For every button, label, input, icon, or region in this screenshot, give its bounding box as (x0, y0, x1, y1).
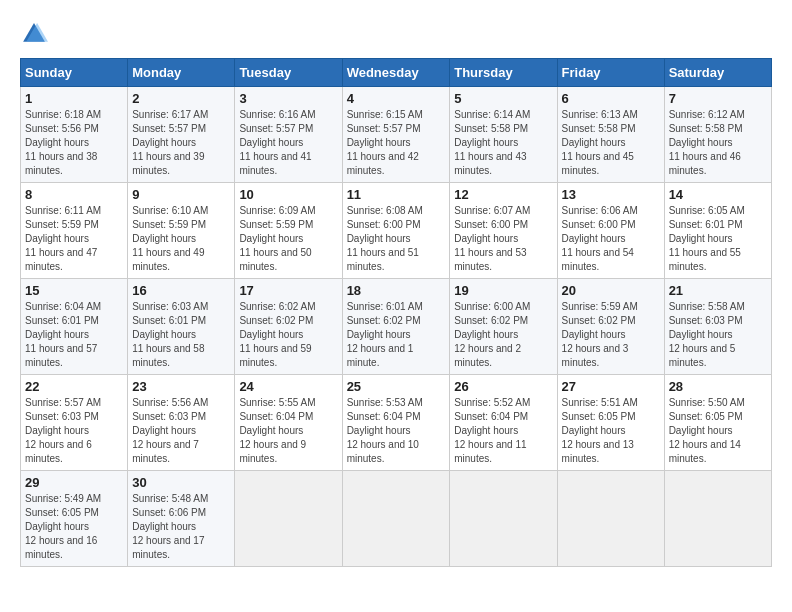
day-number: 9 (132, 187, 230, 202)
day-number: 12 (454, 187, 552, 202)
day-info: Sunrise: 5:57 AMSunset: 6:03 PMDaylight … (25, 396, 123, 466)
calendar-cell: 14Sunrise: 6:05 AMSunset: 6:01 PMDayligh… (664, 183, 771, 279)
day-info: Sunrise: 5:59 AMSunset: 6:02 PMDaylight … (562, 300, 660, 370)
page-header (20, 20, 772, 48)
day-number: 11 (347, 187, 446, 202)
day-info: Sunrise: 6:01 AMSunset: 6:02 PMDaylight … (347, 300, 446, 370)
calendar-cell (342, 471, 450, 567)
day-number: 7 (669, 91, 767, 106)
day-number: 22 (25, 379, 123, 394)
calendar-cell (450, 471, 557, 567)
calendar-cell: 25Sunrise: 5:53 AMSunset: 6:04 PMDayligh… (342, 375, 450, 471)
logo-icon (20, 20, 48, 48)
calendar-cell: 10Sunrise: 6:09 AMSunset: 5:59 PMDayligh… (235, 183, 342, 279)
day-info: Sunrise: 6:05 AMSunset: 6:01 PMDaylight … (669, 204, 767, 274)
calendar-cell: 8Sunrise: 6:11 AMSunset: 5:59 PMDaylight… (21, 183, 128, 279)
calendar-cell (557, 471, 664, 567)
day-info: Sunrise: 6:16 AMSunset: 5:57 PMDaylight … (239, 108, 337, 178)
day-info: Sunrise: 5:58 AMSunset: 6:03 PMDaylight … (669, 300, 767, 370)
calendar-cell: 1Sunrise: 6:18 AMSunset: 5:56 PMDaylight… (21, 87, 128, 183)
calendar-cell: 5Sunrise: 6:14 AMSunset: 5:58 PMDaylight… (450, 87, 557, 183)
calendar-header-row: SundayMondayTuesdayWednesdayThursdayFrid… (21, 59, 772, 87)
day-number: 10 (239, 187, 337, 202)
day-number: 19 (454, 283, 552, 298)
day-number: 30 (132, 475, 230, 490)
weekday-header-wednesday: Wednesday (342, 59, 450, 87)
day-info: Sunrise: 6:04 AMSunset: 6:01 PMDaylight … (25, 300, 123, 370)
day-info: Sunrise: 5:52 AMSunset: 6:04 PMDaylight … (454, 396, 552, 466)
calendar-cell (235, 471, 342, 567)
weekday-header-thursday: Thursday (450, 59, 557, 87)
calendar-week-row: 22Sunrise: 5:57 AMSunset: 6:03 PMDayligh… (21, 375, 772, 471)
day-number: 5 (454, 91, 552, 106)
weekday-header-tuesday: Tuesday (235, 59, 342, 87)
calendar-week-row: 29Sunrise: 5:49 AMSunset: 6:05 PMDayligh… (21, 471, 772, 567)
day-info: Sunrise: 6:13 AMSunset: 5:58 PMDaylight … (562, 108, 660, 178)
day-info: Sunrise: 5:56 AMSunset: 6:03 PMDaylight … (132, 396, 230, 466)
weekday-header-saturday: Saturday (664, 59, 771, 87)
weekday-header-friday: Friday (557, 59, 664, 87)
calendar-cell: 29Sunrise: 5:49 AMSunset: 6:05 PMDayligh… (21, 471, 128, 567)
day-number: 27 (562, 379, 660, 394)
day-info: Sunrise: 6:18 AMSunset: 5:56 PMDaylight … (25, 108, 123, 178)
day-number: 3 (239, 91, 337, 106)
day-info: Sunrise: 6:00 AMSunset: 6:02 PMDaylight … (454, 300, 552, 370)
calendar-cell: 16Sunrise: 6:03 AMSunset: 6:01 PMDayligh… (128, 279, 235, 375)
calendar-cell (664, 471, 771, 567)
calendar-cell: 12Sunrise: 6:07 AMSunset: 6:00 PMDayligh… (450, 183, 557, 279)
calendar-cell: 21Sunrise: 5:58 AMSunset: 6:03 PMDayligh… (664, 279, 771, 375)
day-info: Sunrise: 5:53 AMSunset: 6:04 PMDaylight … (347, 396, 446, 466)
day-number: 17 (239, 283, 337, 298)
day-info: Sunrise: 6:11 AMSunset: 5:59 PMDaylight … (25, 204, 123, 274)
weekday-header-monday: Monday (128, 59, 235, 87)
calendar-cell: 7Sunrise: 6:12 AMSunset: 5:58 PMDaylight… (664, 87, 771, 183)
day-info: Sunrise: 6:17 AMSunset: 5:57 PMDaylight … (132, 108, 230, 178)
calendar-cell: 27Sunrise: 5:51 AMSunset: 6:05 PMDayligh… (557, 375, 664, 471)
day-info: Sunrise: 5:49 AMSunset: 6:05 PMDaylight … (25, 492, 123, 562)
calendar-cell: 2Sunrise: 6:17 AMSunset: 5:57 PMDaylight… (128, 87, 235, 183)
day-info: Sunrise: 6:07 AMSunset: 6:00 PMDaylight … (454, 204, 552, 274)
day-number: 16 (132, 283, 230, 298)
calendar-cell: 3Sunrise: 6:16 AMSunset: 5:57 PMDaylight… (235, 87, 342, 183)
day-info: Sunrise: 6:02 AMSunset: 6:02 PMDaylight … (239, 300, 337, 370)
day-info: Sunrise: 6:08 AMSunset: 6:00 PMDaylight … (347, 204, 446, 274)
calendar-week-row: 15Sunrise: 6:04 AMSunset: 6:01 PMDayligh… (21, 279, 772, 375)
day-number: 1 (25, 91, 123, 106)
day-number: 6 (562, 91, 660, 106)
calendar-cell: 6Sunrise: 6:13 AMSunset: 5:58 PMDaylight… (557, 87, 664, 183)
day-number: 21 (669, 283, 767, 298)
day-info: Sunrise: 6:03 AMSunset: 6:01 PMDaylight … (132, 300, 230, 370)
day-number: 15 (25, 283, 123, 298)
day-info: Sunrise: 6:15 AMSunset: 5:57 PMDaylight … (347, 108, 446, 178)
day-number: 13 (562, 187, 660, 202)
calendar-cell: 30Sunrise: 5:48 AMSunset: 6:06 PMDayligh… (128, 471, 235, 567)
calendar-cell: 13Sunrise: 6:06 AMSunset: 6:00 PMDayligh… (557, 183, 664, 279)
calendar-cell: 26Sunrise: 5:52 AMSunset: 6:04 PMDayligh… (450, 375, 557, 471)
day-info: Sunrise: 6:06 AMSunset: 6:00 PMDaylight … (562, 204, 660, 274)
day-number: 26 (454, 379, 552, 394)
weekday-header-sunday: Sunday (21, 59, 128, 87)
calendar-cell: 17Sunrise: 6:02 AMSunset: 6:02 PMDayligh… (235, 279, 342, 375)
calendar-cell: 28Sunrise: 5:50 AMSunset: 6:05 PMDayligh… (664, 375, 771, 471)
day-info: Sunrise: 6:09 AMSunset: 5:59 PMDaylight … (239, 204, 337, 274)
day-number: 29 (25, 475, 123, 490)
day-number: 28 (669, 379, 767, 394)
calendar-cell: 9Sunrise: 6:10 AMSunset: 5:59 PMDaylight… (128, 183, 235, 279)
day-number: 2 (132, 91, 230, 106)
logo (20, 20, 52, 48)
day-number: 8 (25, 187, 123, 202)
calendar-cell: 18Sunrise: 6:01 AMSunset: 6:02 PMDayligh… (342, 279, 450, 375)
day-number: 25 (347, 379, 446, 394)
day-number: 20 (562, 283, 660, 298)
calendar-week-row: 1Sunrise: 6:18 AMSunset: 5:56 PMDaylight… (21, 87, 772, 183)
day-info: Sunrise: 5:50 AMSunset: 6:05 PMDaylight … (669, 396, 767, 466)
day-number: 24 (239, 379, 337, 394)
day-info: Sunrise: 6:10 AMSunset: 5:59 PMDaylight … (132, 204, 230, 274)
calendar-cell: 24Sunrise: 5:55 AMSunset: 6:04 PMDayligh… (235, 375, 342, 471)
day-number: 18 (347, 283, 446, 298)
calendar-cell: 23Sunrise: 5:56 AMSunset: 6:03 PMDayligh… (128, 375, 235, 471)
day-number: 23 (132, 379, 230, 394)
calendar-cell: 15Sunrise: 6:04 AMSunset: 6:01 PMDayligh… (21, 279, 128, 375)
day-info: Sunrise: 6:12 AMSunset: 5:58 PMDaylight … (669, 108, 767, 178)
calendar-cell: 22Sunrise: 5:57 AMSunset: 6:03 PMDayligh… (21, 375, 128, 471)
